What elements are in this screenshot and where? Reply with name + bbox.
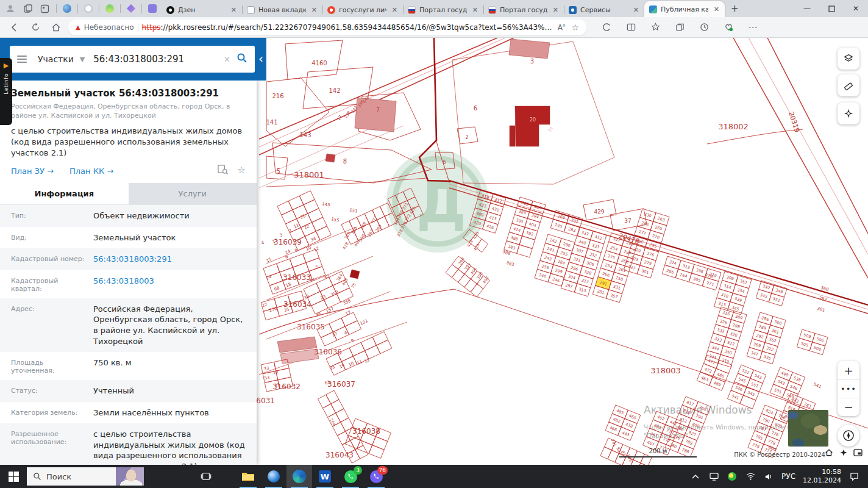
tab-close-icon[interactable]: ✕	[390, 6, 399, 14]
parcel-cell[interactable]	[517, 245, 532, 257]
pinned-site-blue-icon[interactable]	[63, 4, 71, 13]
star-icon[interactable]: ☆	[238, 165, 246, 177]
tab-close-icon[interactable]: ✕	[310, 6, 319, 14]
browser-tab[interactable]: госуслуги лич✕	[322, 2, 403, 17]
parcel-cell[interactable]	[304, 199, 319, 214]
map-compass-icon[interactable]	[839, 448, 848, 457]
parcel-cell[interactable]	[641, 454, 652, 465]
zoom-out-button[interactable]: −	[838, 398, 859, 416]
parcel-cell[interactable]	[458, 274, 471, 287]
basemap-thumbnail[interactable]	[788, 410, 828, 447]
tray-display-icon[interactable]	[708, 471, 719, 482]
cadastral-map[interactable]: ДАктивация WindowsЧтобы активировать Win…	[257, 38, 868, 465]
browser-tab[interactable]: Портал госуда✕	[403, 2, 483, 17]
map-pip-icon[interactable]	[853, 448, 863, 457]
info-value-link[interactable]: 56:43:0318003:291	[93, 254, 246, 265]
parcel-cell[interactable]	[376, 340, 391, 353]
pinned-site-gray-icon[interactable]	[84, 4, 93, 13]
parcel-cell[interactable]	[372, 437, 388, 450]
browser-tab[interactable]: Дзен✕	[162, 2, 242, 17]
parcel-cell[interactable]	[345, 321, 361, 335]
layers-button[interactable]	[838, 48, 859, 70]
security-label[interactable]: Небезопасно	[84, 23, 134, 32]
clock[interactable]: 10:58 12.01.2024	[803, 468, 841, 485]
parcel-cell[interactable]	[318, 395, 331, 408]
parcel-cell[interactable]	[277, 201, 293, 215]
tab-close-icon[interactable]: ✕	[471, 6, 480, 14]
parcel-cell[interactable]	[452, 269, 464, 282]
my-location-button[interactable]	[838, 425, 859, 447]
tab-close-icon[interactable]: ✕	[229, 6, 238, 14]
browser-tab[interactable]: Портал госуда✕	[483, 2, 564, 17]
tray-antivirus-icon[interactable]	[727, 471, 738, 482]
close-button[interactable]: ✕	[844, 0, 868, 17]
parcel-cell[interactable]	[299, 191, 315, 205]
parcel-cell[interactable]	[322, 404, 335, 417]
home-icon[interactable]	[48, 19, 65, 36]
parcel-cell[interactable]	[365, 345, 380, 359]
clear-search-icon[interactable]: ✕	[224, 55, 230, 64]
viber-icon[interactable]: 76	[363, 465, 389, 488]
pinned-site-green-icon[interactable]	[105, 4, 114, 13]
language-indicator[interactable]: РУС	[781, 472, 795, 481]
plan-zu-link[interactable]: План ЗУ →	[11, 167, 54, 176]
parcel-cell[interactable]	[464, 279, 477, 292]
zoom-in-button[interactable]: +	[838, 361, 859, 379]
browser-tab[interactable]: Публичная ка✕	[644, 1, 725, 17]
whatsapp-icon[interactable]: 3	[338, 465, 363, 488]
tab-close-icon[interactable]: ✕	[712, 5, 721, 13]
new-tab-button[interactable]: +	[731, 3, 739, 14]
tab-actions-icon[interactable]	[22, 3, 33, 14]
parcel-cell[interactable]	[357, 440, 372, 454]
parcel-cell[interactable]	[312, 217, 327, 231]
parcel-cell[interactable]	[336, 409, 349, 422]
url-text[interactable]: https://pkk.rosreestr.ru/#/search/51.223…	[142, 23, 554, 32]
chevron-down-icon[interactable]: ▼	[80, 56, 85, 63]
workspaces-icon[interactable]	[39, 3, 50, 14]
coordinates-button[interactable]	[838, 102, 859, 124]
tray-chevron-icon[interactable]	[690, 471, 701, 482]
history-icon[interactable]	[699, 22, 710, 33]
pinned-site-spark-icon[interactable]	[127, 4, 135, 13]
parcel-cell[interactable]	[288, 196, 304, 210]
parcel-cell[interactable]	[326, 390, 339, 404]
search-box[interactable]: Участки ▼ 56:43:0318003:291 ✕	[10, 46, 255, 73]
parcel-cell[interactable]	[341, 418, 354, 431]
search-input[interactable]: 56:43:0318003:291	[93, 54, 218, 65]
word-icon[interactable]: W	[312, 465, 338, 488]
map-svg[interactable]: ДАктивация WindowsЧтобы активировать Win…	[257, 38, 868, 465]
search-category[interactable]: Участки	[38, 54, 74, 64]
file-explorer-icon[interactable]	[235, 465, 261, 488]
refresh-icon[interactable]	[27, 19, 44, 36]
tab-services[interactable]: Услуги	[129, 183, 257, 204]
url-field[interactable]: ▲ Небезопасно https://pkk.rosreestr.ru/#…	[68, 20, 586, 35]
split-screen-icon[interactable]	[625, 22, 636, 33]
parcel-cell[interactable]	[331, 400, 344, 413]
panel-collapse-icon[interactable]: ‹	[258, 51, 263, 66]
profile-avatar-icon[interactable]	[5, 3, 16, 14]
tab-information[interactable]: Информация	[0, 183, 129, 204]
parcel-cell[interactable]	[308, 209, 323, 223]
taskbar-search[interactable]: Поиск	[27, 467, 144, 486]
read-aloud-icon[interactable]: A𝗇	[558, 23, 566, 32]
browser-tab[interactable]: Сервисы✕	[564, 2, 644, 17]
settings-more-icon[interactable]: ⋯	[747, 22, 758, 33]
edge-icon[interactable]	[286, 465, 312, 488]
notification-icon[interactable]	[848, 471, 859, 482]
photos-app-icon[interactable]	[261, 465, 286, 488]
pinned-site-purple-icon[interactable]	[148, 4, 157, 13]
tab-close-icon[interactable]: ✕	[631, 6, 641, 14]
extension-icon[interactable]	[601, 22, 612, 33]
back-icon[interactable]	[6, 19, 23, 36]
task-view-icon[interactable]	[194, 465, 218, 488]
menu-icon[interactable]	[17, 56, 27, 63]
parcel-cell[interactable]	[446, 264, 458, 277]
maximize-button[interactable]	[819, 0, 844, 17]
wifi-icon[interactable]	[745, 471, 756, 482]
favorites-icon[interactable]	[650, 22, 661, 33]
map-home-icon[interactable]	[824, 448, 833, 457]
parcel-cell[interactable]	[282, 210, 297, 224]
search-highlight-photo[interactable]	[116, 467, 144, 486]
browser-essentials-icon[interactable]	[723, 22, 734, 33]
start-button[interactable]	[0, 465, 27, 488]
